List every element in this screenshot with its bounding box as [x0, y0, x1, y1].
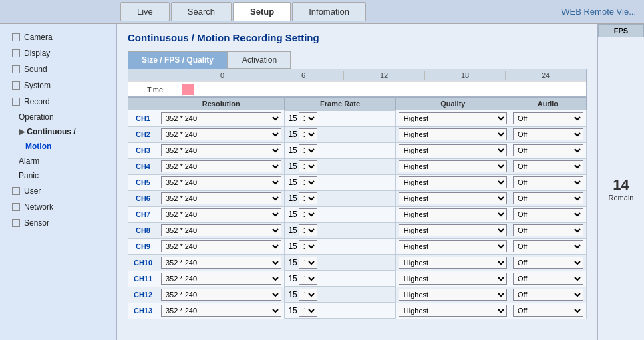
- bullet-icon: [12, 81, 20, 90]
- audio-select[interactable]: OffOn: [513, 112, 583, 124]
- ch-label: CH12: [128, 287, 158, 303]
- framerate-select[interactable]: 123571015: [299, 224, 317, 236]
- sidebar-item-camera[interactable]: Camera: [0, 29, 116, 45]
- framerate-select[interactable]: 123571015: [299, 112, 317, 124]
- quality-select[interactable]: HighestHighMediumLow: [399, 144, 507, 156]
- sidebar-item-sound[interactable]: Sound: [0, 61, 116, 77]
- framerate-select[interactable]: 123571015: [299, 208, 317, 220]
- resolution-select[interactable]: 352 * 240704 * 240704 * 480: [161, 192, 281, 204]
- resolution-select[interactable]: 352 * 240704 * 240704 * 480: [161, 240, 281, 252]
- sidebar-sub-motion[interactable]: Motion: [0, 139, 116, 154]
- bullet-icon: [12, 65, 20, 73]
- sidebar-label: User: [24, 186, 41, 196]
- fps-header: FPS: [598, 24, 644, 37]
- quality-select[interactable]: HighestHighMediumLow: [399, 224, 507, 236]
- resolution-select[interactable]: 352 * 240704 * 240704 * 480: [161, 208, 281, 220]
- framerate-value: 15: [288, 290, 297, 299]
- timeline-header: 06121824: [128, 69, 586, 81]
- framerate-select[interactable]: 123571015: [299, 160, 317, 172]
- audio-select[interactable]: OffOn: [513, 128, 583, 140]
- framerate-select[interactable]: 123571015: [299, 273, 317, 285]
- table-row: CH13352 * 240704 * 240704 * 480151235710…: [128, 303, 587, 319]
- resolution-select[interactable]: 352 * 240704 * 240704 * 480: [161, 257, 281, 269]
- framerate-select[interactable]: 123571015: [299, 176, 317, 188]
- sidebar-sub-alarm[interactable]: Alarm: [0, 154, 116, 168]
- tab-size-/-fps-/-quality[interactable]: Size / FPS / Quality: [128, 51, 228, 69]
- resolution-select[interactable]: 352 * 240704 * 240704 * 480: [161, 128, 281, 140]
- resolution-select[interactable]: 352 * 240704 * 240704 * 480: [161, 224, 281, 236]
- col-ch: [128, 98, 158, 110]
- quality-select[interactable]: HighestHighMediumLow: [399, 112, 507, 124]
- table-row: CH3352 * 240704 * 240704 * 4801512357101…: [128, 142, 587, 158]
- nav-tab-live[interactable]: Live: [120, 2, 170, 21]
- audio-select[interactable]: OffOn: [513, 224, 583, 236]
- page-title: Continusous / Motion Recording Setting: [128, 32, 587, 43]
- framerate-value: 15: [288, 226, 297, 235]
- resolution-select[interactable]: 352 * 240704 * 240704 * 480: [161, 273, 281, 285]
- audio-select[interactable]: OffOn: [513, 160, 583, 172]
- framerate-select[interactable]: 123571015: [299, 305, 317, 317]
- sidebar-sub-continuous[interactable]: ▶ Continuous /: [0, 124, 116, 139]
- table-row: CH5352 * 240704 * 240704 * 4801512357101…: [128, 174, 587, 190]
- tab-activation[interactable]: Activation: [228, 51, 291, 69]
- quality-select[interactable]: HighestHighMediumLow: [399, 160, 507, 172]
- table-row: CH10352 * 240704 * 240704 * 480151235710…: [128, 254, 587, 271]
- audio-select[interactable]: OffOn: [513, 273, 583, 285]
- quality-select[interactable]: HighestHighMediumLow: [399, 240, 507, 252]
- sidebar-label: Camera: [24, 33, 53, 42]
- audio-select[interactable]: OffOn: [513, 192, 583, 204]
- table-row: CH11352 * 240704 * 240704 * 480151235710…: [128, 271, 587, 287]
- nav-tab-infomation[interactable]: Infomation: [292, 2, 366, 21]
- framerate-select[interactable]: 123571015: [299, 257, 317, 269]
- audio-select[interactable]: OffOn: [513, 305, 583, 317]
- framerate-value: 15: [288, 194, 297, 203]
- framerate-value: 15: [288, 242, 297, 251]
- resolution-select[interactable]: 352 * 240704 * 240704 * 480: [161, 160, 281, 172]
- resolution-select[interactable]: 352 * 240704 * 240704 * 480: [161, 305, 281, 317]
- sidebar-item-sensor[interactable]: Sensor: [0, 215, 116, 231]
- ch-label: CH4: [128, 158, 158, 174]
- quality-select[interactable]: HighestHighMediumLow: [399, 289, 507, 301]
- quality-select[interactable]: HighestHighMediumLow: [399, 208, 507, 220]
- nav-tab-search[interactable]: Search: [171, 2, 232, 21]
- audio-select[interactable]: OffOn: [513, 240, 583, 252]
- main-content: Continusous / Motion Recording Setting S…: [117, 24, 597, 340]
- audio-select[interactable]: OffOn: [513, 208, 583, 220]
- sidebar-item-user[interactable]: User: [0, 183, 116, 199]
- nav-tab-setup[interactable]: Setup: [233, 2, 291, 21]
- audio-select[interactable]: OffOn: [513, 144, 583, 156]
- resolution-select[interactable]: 352 * 240704 * 240704 * 480: [161, 289, 281, 301]
- quality-select[interactable]: HighestHighMediumLow: [399, 128, 507, 140]
- sidebar-sub-panic[interactable]: Panic: [0, 168, 116, 183]
- sidebar-label: Record: [24, 97, 50, 106]
- framerate-select[interactable]: 123571015: [299, 289, 317, 301]
- resolution-select[interactable]: 352 * 240704 * 240704 * 480: [161, 112, 281, 124]
- audio-select[interactable]: OffOn: [513, 176, 583, 188]
- remain-number: 14: [613, 176, 629, 194]
- ch-label: CH1: [128, 110, 158, 127]
- resolution-select[interactable]: 352 * 240704 * 240704 * 480: [161, 176, 281, 188]
- framerate-select[interactable]: 123571015: [299, 128, 317, 140]
- framerate-select[interactable]: 123571015: [299, 240, 317, 252]
- sidebar-item-display[interactable]: Display: [0, 45, 116, 61]
- pink-block: [182, 84, 194, 95]
- quality-select[interactable]: HighestHighMediumLow: [399, 176, 507, 188]
- quality-select[interactable]: HighestHighMediumLow: [399, 273, 507, 285]
- sidebar-label: Sensor: [24, 218, 49, 228]
- sidebar-sub-operation[interactable]: Operation: [0, 110, 116, 124]
- audio-select[interactable]: OffOn: [513, 257, 583, 269]
- framerate-value: 15: [288, 306, 297, 315]
- sidebar-item-record[interactable]: Record: [0, 94, 116, 110]
- timeline-tick: 6: [263, 71, 343, 80]
- quality-select[interactable]: HighestHighMediumLow: [399, 192, 507, 204]
- framerate-select[interactable]: 123571015: [299, 192, 317, 204]
- channel-table: ResolutionFrame RateQualityAudio CH1352 …: [128, 97, 587, 319]
- timeline-tick: 18: [424, 71, 505, 80]
- quality-select[interactable]: HighestHighMediumLow: [399, 305, 507, 317]
- quality-select[interactable]: HighestHighMediumLow: [399, 257, 507, 269]
- framerate-select[interactable]: 123571015: [299, 144, 317, 156]
- resolution-select[interactable]: 352 * 240704 * 240704 * 480: [161, 144, 281, 156]
- audio-select[interactable]: OffOn: [513, 289, 583, 301]
- sidebar-item-system[interactable]: System: [0, 77, 116, 94]
- sidebar-item-network[interactable]: Network: [0, 199, 116, 215]
